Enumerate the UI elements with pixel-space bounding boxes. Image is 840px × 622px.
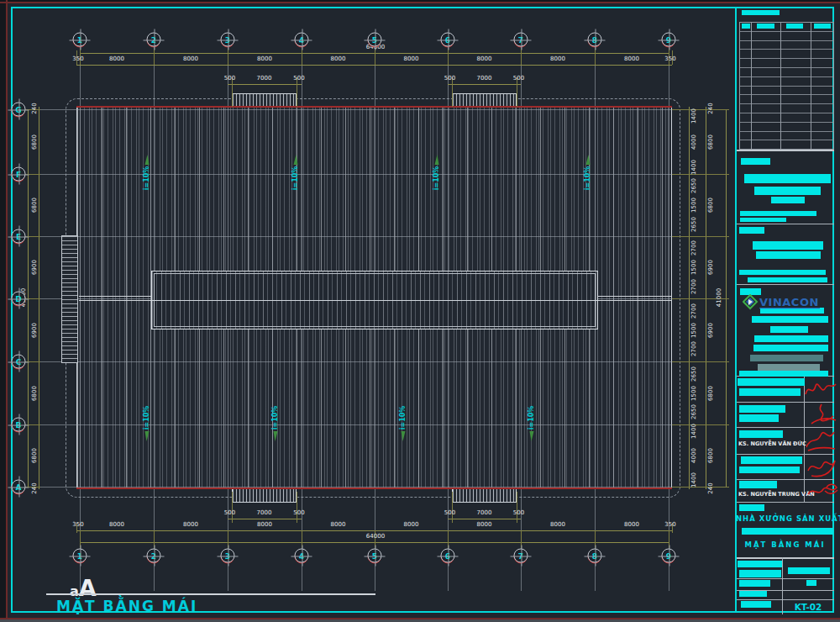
roof-ladder	[61, 235, 78, 363]
dimension-label: 350	[664, 522, 675, 528]
grid-line	[25, 236, 685, 237]
redacted-text-bar	[739, 580, 770, 587]
extension-line	[672, 109, 729, 110]
drawing-name: MẶT BẰNG MÁI	[736, 540, 834, 549]
slope-arrow-icon	[402, 431, 406, 441]
engineer-2-name: KS. NGUYỄN TRUNG VĂN	[738, 491, 815, 498]
dimension-label: 2700	[691, 341, 697, 356]
extension-line	[232, 77, 233, 107]
project-name: NHÀ XƯỞNG SẢN XUẤT	[736, 514, 834, 523]
redacted-text-bar	[739, 414, 779, 422]
extension-line	[672, 361, 729, 362]
slope-label: i=10%	[292, 166, 299, 191]
dimension-label: 6800	[32, 198, 38, 213]
grid-bubble: 7	[514, 33, 528, 47]
dimension-label: 500	[224, 76, 235, 82]
grid-bubble: 5	[368, 549, 382, 563]
outer-border-left	[6, 0, 8, 622]
ridge-line-right	[598, 296, 672, 301]
extension-line	[375, 49, 375, 65]
redacted-text-bar	[756, 251, 821, 259]
redacted-text-bar	[754, 187, 821, 195]
dimension-label: 500	[444, 76, 455, 82]
dimension-label: 1400	[691, 424, 697, 439]
grid-bubble: 7	[514, 549, 528, 563]
outer-border-top	[0, 2, 840, 3]
ridge-line-left	[79, 296, 151, 301]
roof-monitor	[151, 271, 598, 329]
grid-bubble: 8	[588, 549, 602, 563]
grid-bubble: 2	[147, 549, 161, 563]
redacted-text-bar	[750, 355, 823, 361]
redacted-text-bar	[739, 591, 767, 597]
dimension-label: 2700	[691, 303, 697, 319]
grid-bubble: 3	[221, 549, 235, 563]
redacted-text-bar	[738, 378, 805, 386]
extension-line	[154, 49, 155, 65]
grid-bubble: F	[12, 167, 26, 182]
dimension-label: 7000	[257, 76, 272, 82]
grid-bubble: C	[12, 355, 26, 369]
dimension-label: 2650	[691, 366, 697, 382]
logo-underline	[759, 308, 820, 308]
redacted-text-bar	[739, 570, 781, 577]
dimension-label: 8000	[550, 56, 565, 62]
dimension-label: 500	[293, 510, 304, 516]
dimension-label: 6800	[708, 386, 714, 401]
redacted-text-bar	[741, 456, 802, 464]
signature-scribble	[805, 479, 838, 502]
dimension-line	[76, 65, 672, 66]
slope-arrow-icon	[274, 431, 278, 441]
redacted-text-bar	[739, 270, 826, 275]
dimension-label: 6800	[32, 448, 38, 463]
dimension-label: 1400	[691, 160, 697, 175]
slope-label: i=10%	[144, 166, 150, 191]
grid-bubble: 3	[221, 33, 235, 47]
dimension-line	[228, 519, 302, 519]
redacted-text-bar	[742, 24, 750, 29]
grid-line	[228, 562, 228, 591]
grid-bubble: E	[12, 229, 26, 244]
dimension-label: 8000	[183, 522, 198, 528]
dimension-label: 500	[513, 510, 524, 516]
redacted-text-bar	[739, 430, 783, 438]
dimension-label: 240	[32, 482, 38, 493]
title-block-divider	[737, 224, 834, 224]
drawing-number: KT-02	[785, 602, 832, 612]
dimension-label: 500	[224, 510, 235, 516]
grid-line	[154, 562, 155, 591]
dimension-label: 8000	[477, 522, 492, 528]
dimension-label: 240	[32, 103, 38, 113]
dimension-label: 1400	[691, 472, 697, 488]
grid-bubble: 4	[295, 33, 309, 47]
slope-label: i=10%	[433, 166, 440, 191]
grid-bubble: 1	[73, 33, 87, 47]
dimension-label: 350	[72, 522, 83, 528]
redacted-text-bar	[740, 211, 816, 216]
grid-bubble: D	[12, 292, 26, 306]
dimension-label: 8000	[257, 56, 272, 62]
title-underline	[46, 593, 375, 595]
redacted-text-bar	[738, 561, 782, 567]
dimension-label: 2650	[691, 404, 697, 419]
dimension-label: 240	[708, 103, 714, 113]
redacted-text-bar	[748, 277, 827, 282]
dimension-label: 4000	[691, 448, 697, 463]
dimension-label: 8000	[624, 522, 639, 528]
redacted-text-bar	[753, 345, 828, 351]
dimension-label: 6800	[708, 198, 714, 213]
redacted-text-bar	[739, 405, 785, 413]
dimension-label: 1500	[691, 260, 697, 275]
grid-bubble: 6	[441, 33, 455, 47]
grid-bubble: 4	[295, 549, 309, 563]
title-block-divider	[737, 557, 834, 559]
extension-line	[228, 49, 228, 65]
redacted-text-bar	[786, 24, 803, 29]
slope-label: i=10%	[272, 406, 279, 430]
title-block-divider	[737, 578, 834, 579]
slope-arrow-icon	[294, 155, 298, 165]
dimension-label: 8000	[331, 522, 346, 528]
grid-bubble: A	[12, 480, 26, 494]
revision-table-column-line	[811, 23, 811, 149]
grid-line	[669, 562, 669, 591]
